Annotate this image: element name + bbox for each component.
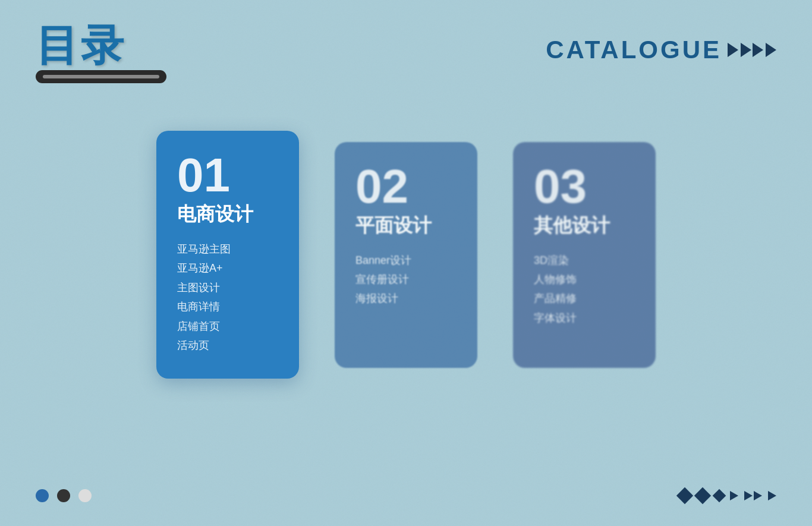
list-item: 产品精修 [534,289,635,308]
nav-arrow-3-icon[interactable] [754,491,762,500]
list-item: Banner设计 [355,251,457,270]
bottom-nav [0,489,812,502]
list-item: 3D渲染 [534,251,635,270]
list-item: 主图设计 [177,278,278,297]
nav-arrow-4-icon[interactable] [768,491,776,500]
card-01-items: 亚马逊主图 亚马逊A+ 主图设计 电商详情 店铺首页 活动页 [177,240,278,355]
card-03-items: 3D渲染 人物修饰 产品精修 字体设计 [534,251,635,328]
catalogue-area: CATALOGUE [546,24,776,64]
catalogue-text: CATALOGUE [546,36,722,64]
nav-arrows-double [744,491,762,500]
nav-arrow-2-icon[interactable] [744,491,753,500]
list-item: 宣传册设计 [355,270,457,289]
arrows-triple-group [766,43,776,57]
arrows-double-group [741,43,763,57]
list-item: 活动页 [177,336,278,355]
logo-bar [36,70,166,83]
nav-icons-right [679,490,776,502]
cards-container: 01 电商设计 亚马逊主图 亚马逊A+ 主图设计 电商详情 店铺首页 活动页 0… [0,131,812,379]
logo-block: 目录 [36,24,155,83]
card-03-title: 其他设计 [534,213,635,239]
diamond-3-icon[interactable] [713,489,726,503]
arrow-single-icon [728,43,738,57]
card-02-number: 02 [355,163,457,210]
card-02-title: 平面设计 [355,213,457,239]
logo-chinese: 目录 [36,24,155,67]
header: 目录 CATALOGUE [0,0,812,83]
list-item: 海报设计 [355,289,457,308]
card-01-title: 电商设计 [177,201,278,228]
card-02-items: Banner设计 宣传册设计 海报设计 [355,251,457,308]
nav-dot-dark[interactable] [57,489,70,502]
card-03[interactable]: 03 其他设计 3D渲染 人物修饰 产品精修 字体设计 [513,142,656,368]
page: 目录 CATALOGUE 01 电商设计 [0,0,812,526]
list-item: 电商详情 [177,297,278,316]
arrow-double-1-icon [741,43,751,57]
logo-bar-line [43,75,159,78]
list-item: 亚马逊主图 [177,240,278,259]
card-02[interactable]: 02 平面设计 Banner设计 宣传册设计 海报设计 [335,142,477,368]
nav-dot-white[interactable] [78,489,92,502]
diamond-1-icon[interactable] [676,487,693,504]
nav-dot-blue[interactable] [36,489,49,502]
nav-arrows-triple [768,491,776,500]
list-item: 亚马逊A+ [177,259,278,278]
list-item: 人物修饰 [534,270,635,289]
list-item: 字体设计 [534,308,635,327]
nav-dots-left [36,489,92,502]
list-item: 店铺首页 [177,317,278,336]
card-01[interactable]: 01 电商设计 亚马逊主图 亚马逊A+ 主图设计 电商详情 店铺首页 活动页 [156,131,299,379]
diamond-2-icon[interactable] [694,487,711,504]
card-03-number: 03 [534,163,635,210]
arrow-triple-icon [766,43,776,57]
nav-arrow-1-icon[interactable] [730,491,738,500]
card-01-number: 01 [177,152,278,199]
catalogue-arrows [728,43,776,57]
arrow-double-2-icon [753,43,763,57]
